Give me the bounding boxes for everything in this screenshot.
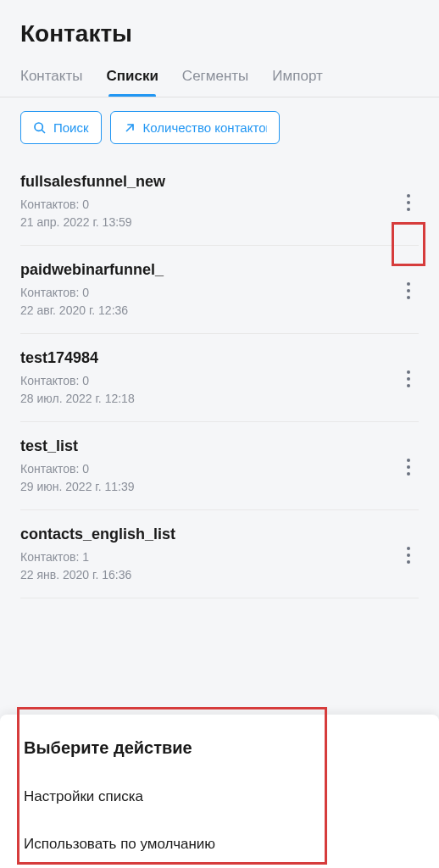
list-item-contacts: Контактов: 0 [20, 196, 398, 214]
list-item-date: 28 июл. 2022 г. 12:18 [20, 390, 398, 408]
list-item[interactable]: contacts_english_list Контактов: 1 22 ян… [20, 510, 419, 598]
list-item[interactable]: test174984 Контактов: 0 28 июл. 2022 г. … [20, 334, 419, 422]
tab-lists[interactable]: Списки [106, 63, 158, 97]
search-button-label: Поиск [53, 120, 89, 135]
more-button[interactable] [398, 538, 419, 572]
list-item-title: paidwebinarfunnel_ [20, 261, 398, 279]
list-item-contacts: Контактов: 0 [20, 372, 398, 390]
list-item[interactable]: paidwebinarfunnel_ Контактов: 0 22 авг. … [20, 246, 419, 334]
list-container: fullsalesfunnel_new Контактов: 0 21 апр.… [0, 158, 439, 598]
page-title: Контакты [0, 0, 439, 63]
list-item-contacts: Контактов: 0 [20, 284, 398, 302]
search-button[interactable]: Поиск [20, 111, 102, 144]
tab-segments[interactable]: Сегменты [182, 63, 248, 97]
list-item[interactable]: test_list Контактов: 0 29 июн. 2022 г. 1… [20, 422, 419, 510]
svg-line-1 [42, 130, 45, 133]
list-item-date: 29 июн. 2022 г. 11:39 [20, 478, 398, 496]
action-sheet: Выберите действие Настройки списка Испол… [0, 715, 439, 868]
list-item-title: fullsalesfunnel_new [20, 173, 398, 191]
list-item-date: 22 авг. 2020 г. 12:36 [20, 302, 398, 320]
action-sheet-item-default[interactable]: Использовать по умолчанию [0, 821, 439, 868]
count-button-label: Количество контактов [143, 120, 267, 135]
toolbar: Поиск Количество контактов [0, 97, 439, 158]
more-button[interactable] [398, 362, 419, 396]
tab-import[interactable]: Импорт [272, 63, 322, 97]
more-button[interactable] [398, 186, 419, 220]
arrow-up-right-icon [123, 121, 136, 135]
more-vertical-icon [407, 547, 410, 564]
more-vertical-icon [407, 459, 410, 476]
svg-point-0 [35, 123, 42, 131]
count-button[interactable]: Количество контактов [110, 111, 280, 144]
list-item-date: 21 апр. 2022 г. 13:59 [20, 214, 398, 231]
list-item-contacts: Контактов: 1 [20, 548, 398, 566]
svg-line-2 [126, 125, 133, 131]
tab-contacts[interactable]: Контакты [20, 63, 82, 97]
list-item-contacts: Контактов: 0 [20, 460, 398, 478]
list-item-title: test174984 [20, 349, 398, 367]
more-button[interactable] [398, 274, 419, 308]
list-item[interactable]: fullsalesfunnel_new Контактов: 0 21 апр.… [20, 158, 419, 246]
more-button[interactable] [398, 450, 419, 484]
action-sheet-item-settings[interactable]: Настройки списка [0, 773, 439, 821]
list-item-title: test_list [20, 437, 398, 455]
tabs: Контакты Списки Сегменты Импорт [0, 63, 439, 97]
list-item-title: contacts_english_list [20, 526, 398, 543]
more-vertical-icon [407, 370, 410, 387]
more-vertical-icon [407, 282, 410, 299]
search-icon [33, 121, 47, 135]
action-sheet-title: Выберите действие [0, 720, 439, 773]
more-vertical-icon [407, 194, 410, 211]
list-item-date: 22 янв. 2020 г. 16:36 [20, 566, 398, 584]
